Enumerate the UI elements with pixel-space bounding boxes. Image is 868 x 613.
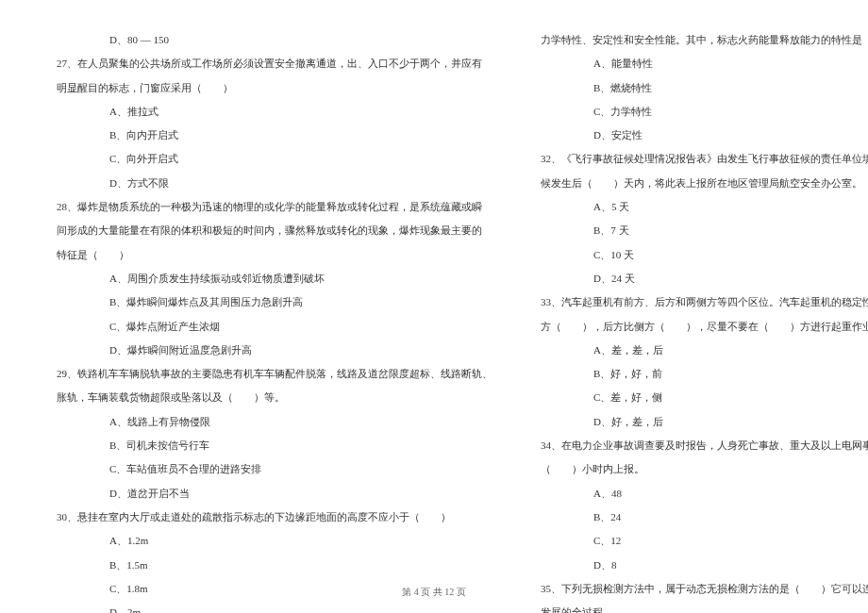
q32-option-d: D、24 天 — [541, 267, 868, 290]
q32-stem: 32、《飞行事故征候处理情况报告表》由发生飞行事故征候的责任单位填写，并在飞行事… — [541, 147, 868, 171]
q29-option-a: A、线路上有异物侵限 — [57, 410, 503, 434]
q26-option-d: D、80 — 150 — [57, 28, 503, 52]
q30-option-b: B、1.5m — [57, 554, 503, 577]
page-footer: 第 4 页 共 12 页 — [0, 586, 868, 599]
q34-stem-cont: （ ）小时内上报。 — [541, 457, 868, 481]
q33-stem: 33、汽车起重机有前方、后方和两侧方等四个区位。汽车起重机的稳定性一般情况是侧方… — [541, 290, 868, 314]
q27-stem: 27、在人员聚集的公共场所或工作场所必须设置安全撤离通道，出、入口不少于两个，并… — [57, 52, 503, 75]
q32-option-b: B、7 天 — [541, 219, 868, 242]
q31-option-a: A、能量特性 — [541, 52, 868, 75]
q27-option-d: D、方式不限 — [57, 172, 503, 195]
q33-option-b: B、好，好，前 — [541, 362, 868, 386]
right-column: 力学特性、安定性和安全性能。其中，标志火药能量释放能力的特性是（ ） A、能量特… — [522, 28, 868, 613]
q29-stem-cont: 胀轨，车辆装载货物超限或坠落以及（ ）等。 — [57, 386, 503, 409]
q31-option-d: D、安定性 — [541, 124, 868, 147]
q32-option-a: A、5 天 — [541, 195, 868, 219]
q28-option-b: B、爆炸瞬间爆炸点及其周围压力急剧升高 — [57, 290, 503, 314]
q35-stem-cont: 发展的全过程。 — [541, 601, 868, 613]
q28-option-c: C、爆炸点附近产生浓烟 — [57, 315, 503, 339]
q30-stem: 30、悬挂在室内大厅或走道处的疏散指示标志的下边缘距地面的高度不应小于（ ） — [57, 505, 503, 529]
q33-stem-cont: 方（ ），后方比侧方（ ），尽量不要在（ ）方进行起重作业。 — [541, 315, 868, 339]
q27-option-a: A、推拉式 — [57, 100, 503, 124]
q33-option-d: D、好，差，后 — [541, 410, 868, 434]
q31-option-c: C、力学特性 — [541, 100, 868, 124]
left-column: D、80 — 150 27、在人员聚集的公共场所或工作场所必须设置安全撤离通道，… — [57, 28, 522, 613]
q29-option-b: B、司机未按信号行车 — [57, 434, 503, 457]
q29-option-d: D、道岔开启不当 — [57, 482, 503, 505]
q33-option-c: C、差，好，侧 — [541, 386, 868, 409]
q34-option-b: B、24 — [541, 505, 868, 529]
q29-stem: 29、铁路机车车辆脱轨事故的主要隐患有机车车辆配件脱落，线路及道岔限度超标、线路… — [57, 362, 503, 386]
q28-stem-cont1: 间形成的大量能量在有限的体积和极短的时间内，骤然释放或转化的现象，爆炸现象最主要… — [57, 219, 503, 242]
q31-stem-cont: 力学特性、安定性和安全性能。其中，标志火药能量释放能力的特性是（ ） — [541, 28, 868, 52]
q28-option-d: D、爆炸瞬间附近温度急剧升高 — [57, 339, 503, 362]
q28-option-a: A、周围介质发生持续振动或邻近物质遭到破坏 — [57, 267, 503, 290]
q30-option-d: D、2m — [57, 601, 503, 613]
q28-stem-cont2: 特征是（ ） — [57, 243, 503, 267]
q27-option-b: B、向内开启式 — [57, 124, 503, 147]
q30-option-a: A、1.2m — [57, 529, 503, 553]
q32-option-c: C、10 天 — [541, 243, 868, 267]
q34-option-c: C、12 — [541, 529, 868, 553]
q28-stem: 28、爆炸是物质系统的一种极为迅速的物理的或化学的能量释放或转化过程，是系统蕴藏… — [57, 195, 503, 219]
q32-stem-cont: 候发生后（ ）天内，将此表上报所在地区管理局航空安全办公室。 — [541, 172, 868, 195]
q29-option-c: C、车站值班员不合理的进路安排 — [57, 457, 503, 481]
q31-option-b: B、燃烧特性 — [541, 76, 868, 100]
q34-stem: 34、在电力企业事故调查要及时报告，人身死亡事故、重大及以上电网事故和设备事故，… — [541, 434, 868, 457]
q33-option-a: A、差，差，后 — [541, 339, 868, 362]
q27-stem-cont: 明显醒目的标志，门窗应采用（ ） — [57, 76, 503, 100]
q27-option-c: C、向外开启式 — [57, 147, 503, 171]
q34-option-a: A、48 — [541, 482, 868, 505]
q34-option-d: D、8 — [541, 554, 868, 577]
